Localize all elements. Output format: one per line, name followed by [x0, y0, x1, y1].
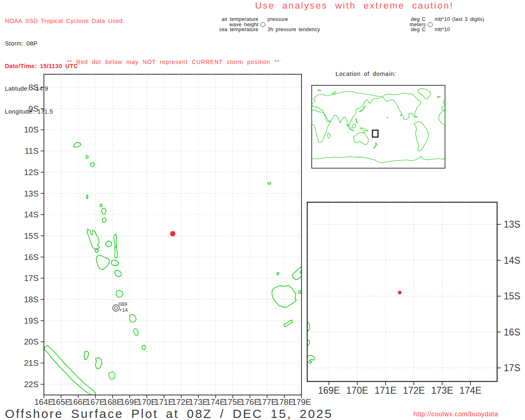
- legend-pressure-tendency: 3h pressure tendency: [267, 27, 320, 32]
- lon-tick-label: 172E: [403, 385, 425, 396]
- lon-tick-label: 174E: [206, 397, 225, 406]
- lon-tick-label: 171E: [155, 397, 174, 406]
- inset-title: Location of domain:: [317, 71, 415, 77]
- lat-tick-label: 15S: [504, 291, 520, 301]
- legend-unit-degc-2: deg C: [361, 27, 426, 32]
- lon-tick-label: 179E: [292, 397, 311, 406]
- legend-right-column: pressure 3h pressure tendency: [267, 17, 320, 32]
- longitude-line: Longitude: 171.5: [5, 108, 124, 115]
- island-coastline: [87, 229, 100, 249]
- island-coastline: [111, 260, 119, 266]
- lon-tick-label: 168E: [103, 397, 122, 406]
- lat-tick-label: 22S: [24, 380, 39, 389]
- lat-tick-label: 21S: [24, 358, 39, 368]
- lat-tick-label: 17S: [24, 274, 39, 283]
- storm-position-dot: [170, 231, 176, 236]
- island-coastline: [115, 270, 122, 277]
- lat-tick-label: 14S: [504, 255, 520, 266]
- island-coastline: [91, 162, 95, 167]
- lat-tick-label: 13S: [24, 189, 39, 198]
- lon-tick-label: 172E: [172, 397, 191, 406]
- station-model-legend-units: deg C meters deg C mb*10 (last 3 digits)…: [361, 17, 484, 32]
- island-coastline: [73, 142, 81, 147]
- legend-units-right-column: mb*10 (last 3 digits) mb*10: [435, 17, 484, 32]
- zoom-map-frame: [307, 202, 497, 381]
- island-coastline: [87, 195, 88, 199]
- island-coastline: [130, 315, 136, 322]
- lat-tick-label: 16S: [504, 327, 520, 338]
- main-map-coastlines: [45, 142, 302, 395]
- data-source-line: NOAA SSD Tropical Cyclone Data Used:: [5, 17, 124, 25]
- station-model-circle-icon: [428, 22, 433, 27]
- plot-title: Offshore Surface Plot at 08Z / DEC 15, 2…: [5, 407, 333, 420]
- lon-tick-label: 176E: [240, 397, 260, 406]
- lat-tick-label: 18S: [24, 295, 39, 304]
- lon-tick-label: 170E: [346, 385, 368, 396]
- island-coastline: [299, 290, 301, 293]
- island-coastline: [101, 208, 106, 214]
- island-coastline: [134, 329, 139, 336]
- lat-tick-label: 16S: [24, 253, 39, 262]
- island-coastline: [276, 272, 279, 275]
- island-coastline: [109, 372, 115, 379]
- page: 089+14164E165E166E167E168E169E170E171E17…: [0, 0, 525, 420]
- island-coastline: [106, 241, 112, 247]
- lon-tick-label: 169E: [120, 397, 139, 406]
- red-dot-warning: ** Red dot below may NOT represent CURRE…: [45, 59, 301, 65]
- lon-tick-label: 175E: [223, 397, 242, 406]
- storm-info-block: NOAA SSD Tropical Cyclone Data Used: Sto…: [5, 2, 124, 130]
- legend-left-column: air temperature wave height sea temperat…: [176, 17, 258, 32]
- legend-unit-mb10: mb*10: [435, 27, 484, 32]
- island-coastline: [115, 247, 118, 258]
- storm-id-line: Storm: 08P: [5, 40, 124, 47]
- lon-tick-label: 169E: [318, 385, 340, 396]
- lon-tick-label: 166E: [68, 397, 88, 406]
- lon-tick-label: 167E: [86, 397, 105, 406]
- lon-tick-label: 170E: [137, 397, 157, 406]
- island-coastline: [102, 218, 106, 223]
- lon-tick-label: 171E: [374, 385, 397, 396]
- lon-tick-label: 173E: [431, 385, 453, 396]
- lat-tick-label: 17S: [504, 363, 520, 373]
- station-model-circle-icon: [260, 22, 265, 27]
- station-inner-circle-icon: [114, 306, 118, 310]
- lat-tick-label: 12S: [24, 168, 39, 177]
- zoom-map: 169E170E171E172E173E174E13S14S15S16S17S: [306, 202, 520, 396]
- lat-tick-label: 14S: [24, 210, 39, 219]
- lon-tick-label: 173E: [189, 397, 208, 406]
- legend-pressure: pressure: [267, 17, 320, 22]
- station-tendency-value: +14: [119, 307, 128, 313]
- station-pressure-value: 089: [119, 301, 127, 307]
- island-coastline: [284, 320, 292, 326]
- island-coastline: [96, 255, 110, 270]
- island-coastline: [268, 182, 271, 185]
- lat-tick-label: 19S: [24, 316, 39, 325]
- world-inset: [312, 85, 445, 168]
- lon-tick-label: 164E: [34, 397, 54, 406]
- island-coastline: [116, 290, 123, 297]
- lat-tick-label: 13S: [504, 219, 520, 230]
- latitude-line: Latitude: −14.9: [5, 85, 124, 92]
- lat-tick-label: 20S: [24, 337, 39, 346]
- lon-tick-label: 165E: [52, 397, 71, 406]
- island-coastline: [114, 234, 117, 247]
- caution-banner: Use analyses with extreme caution!: [255, 0, 454, 11]
- island-coastline: [86, 156, 88, 159]
- lon-tick-label: 177E: [258, 397, 277, 406]
- island-coastline: [272, 285, 296, 307]
- legend-air-temperature: air temperature: [176, 17, 258, 22]
- source-url-link[interactable]: http://coolwx.com/buoydata: [413, 411, 498, 418]
- island-coastline: [84, 351, 89, 360]
- lon-tick-label: 174E: [459, 385, 482, 396]
- legend-unit-mb10-last3: mb*10 (last 3 digits): [435, 17, 484, 22]
- island-coastline: [292, 267, 302, 280]
- lat-tick-label: 11S: [25, 146, 39, 155]
- legend-units-left-column: deg C meters deg C: [361, 17, 426, 32]
- station-model-legend-params: air temperature wave height sea temperat…: [176, 17, 320, 32]
- lat-tick-label: 15S: [24, 231, 39, 240]
- storm-position-dot: [398, 291, 402, 294]
- island-coastline: [142, 345, 146, 350]
- legend-unit-degc-1: deg C: [361, 17, 426, 22]
- legend-sea-temperature: sea temperature: [176, 27, 258, 32]
- island-coastline: [100, 204, 102, 207]
